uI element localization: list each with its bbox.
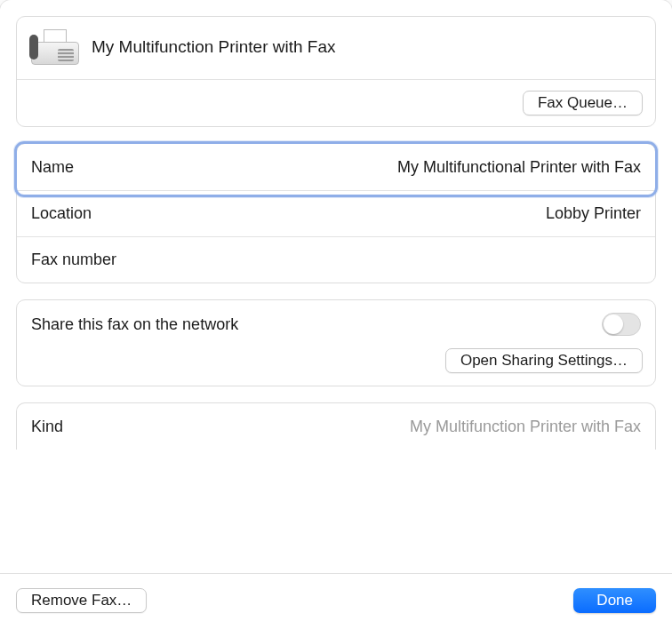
fax-queue-row: Fax Queue… xyxy=(17,79,655,126)
kind-value: My Multifunction Printer with Fax xyxy=(410,418,641,436)
content-area: My Multifunction Printer with Fax Fax Qu… xyxy=(0,0,672,573)
name-label: Name xyxy=(31,158,74,177)
share-toggle-row: Share this fax on the network xyxy=(17,300,655,348)
remove-fax-button[interactable]: Remove Fax… xyxy=(16,588,147,613)
kind-row: Kind My Multifunction Printer with Fax xyxy=(17,403,655,450)
open-sharing-settings-button[interactable]: Open Sharing Settings… xyxy=(445,348,643,373)
location-label: Location xyxy=(31,204,92,223)
name-value: My Multifunctional Printer with Fax xyxy=(397,158,641,177)
fax-number-row[interactable]: Fax number xyxy=(17,236,655,283)
done-button[interactable]: Done xyxy=(573,588,656,613)
identity-panel: Name My Multifunctional Printer with Fax… xyxy=(16,143,656,283)
open-sharing-row: Open Sharing Settings… xyxy=(17,348,655,386)
fax-settings-dialog: My Multifunction Printer with Fax Fax Qu… xyxy=(0,0,672,629)
location-row[interactable]: Location Lobby Printer xyxy=(17,190,655,236)
kind-label: Kind xyxy=(31,418,63,436)
dialog-footer: Remove Fax… Done xyxy=(0,573,672,629)
header-row: My Multifunction Printer with Fax xyxy=(17,17,655,79)
sharing-panel: Share this fax on the network Open Shari… xyxy=(16,299,656,386)
fax-machine-icon xyxy=(31,29,79,65)
share-label: Share this fax on the network xyxy=(31,315,238,334)
toggle-knob xyxy=(604,314,623,334)
kind-panel: Kind My Multifunction Printer with Fax xyxy=(16,402,656,450)
share-toggle[interactable] xyxy=(602,313,641,336)
name-row[interactable]: Name My Multifunctional Printer with Fax xyxy=(17,144,655,190)
device-title: My Multifunction Printer with Fax xyxy=(92,37,336,57)
header-panel: My Multifunction Printer with Fax Fax Qu… xyxy=(16,16,656,127)
fax-queue-button[interactable]: Fax Queue… xyxy=(523,91,643,115)
location-value: Lobby Printer xyxy=(546,204,641,223)
fax-number-label: Fax number xyxy=(31,251,116,269)
